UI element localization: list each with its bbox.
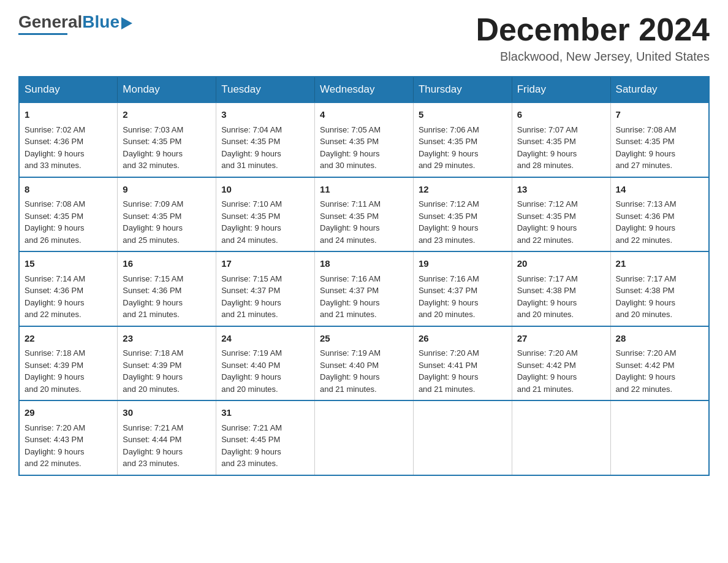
weekday-header-friday: Friday	[512, 77, 610, 102]
calendar-cell: 15 Sunrise: 7:14 AMSunset: 4:36 PMDaylig…	[19, 251, 118, 326]
day-info: Sunrise: 7:18 AMSunset: 4:39 PMDaylight:…	[25, 348, 85, 394]
day-number: 14	[616, 183, 703, 197]
calendar-cell: 7 Sunrise: 7:08 AMSunset: 4:35 PMDayligh…	[610, 102, 709, 177]
day-info: Sunrise: 7:04 AMSunset: 4:35 PMDaylight:…	[221, 125, 282, 170]
day-info: Sunrise: 7:19 AMSunset: 4:40 PMDaylight:…	[221, 348, 282, 394]
day-number: 17	[221, 257, 309, 271]
calendar-cell: 1 Sunrise: 7:02 AMSunset: 4:36 PMDayligh…	[19, 102, 118, 177]
logo: GeneralBlue	[18, 12, 132, 35]
calendar-cell: 21 Sunrise: 7:17 AMSunset: 4:38 PMDaylig…	[610, 251, 709, 326]
day-number: 18	[320, 257, 408, 271]
day-number: 19	[419, 257, 507, 271]
calendar-cell: 19 Sunrise: 7:16 AMSunset: 4:37 PMDaylig…	[413, 251, 512, 326]
day-number: 4	[320, 108, 408, 122]
day-info: Sunrise: 7:16 AMSunset: 4:37 PMDaylight:…	[320, 274, 381, 320]
day-info: Sunrise: 7:17 AMSunset: 4:38 PMDaylight:…	[616, 274, 677, 320]
day-number: 11	[320, 183, 408, 197]
day-info: Sunrise: 7:16 AMSunset: 4:37 PMDaylight:…	[419, 274, 479, 320]
calendar-cell: 12 Sunrise: 7:12 AMSunset: 4:35 PMDaylig…	[413, 177, 512, 252]
day-number: 6	[517, 108, 605, 122]
calendar-week-row: 8 Sunrise: 7:08 AMSunset: 4:35 PMDayligh…	[19, 177, 709, 252]
day-info: Sunrise: 7:13 AMSunset: 4:36 PMDaylight:…	[616, 199, 677, 245]
calendar-cell: 29 Sunrise: 7:20 AMSunset: 4:43 PMDaylig…	[19, 400, 118, 475]
day-number: 1	[25, 108, 112, 122]
calendar-cell	[610, 400, 709, 475]
day-info: Sunrise: 7:03 AMSunset: 4:35 PMDaylight:…	[123, 125, 183, 170]
calendar-cell: 17 Sunrise: 7:15 AMSunset: 4:37 PMDaylig…	[216, 251, 315, 326]
day-number: 10	[221, 183, 309, 197]
day-number: 30	[123, 406, 211, 420]
weekday-header-wednesday: Wednesday	[315, 77, 414, 102]
calendar-cell: 10 Sunrise: 7:10 AMSunset: 4:35 PMDaylig…	[216, 177, 315, 252]
month-title: December 2024	[476, 12, 710, 47]
day-info: Sunrise: 7:11 AMSunset: 4:35 PMDaylight:…	[320, 199, 381, 245]
day-number: 2	[123, 108, 211, 122]
calendar-cell: 9 Sunrise: 7:09 AMSunset: 4:35 PMDayligh…	[118, 177, 216, 252]
logo-arrow-icon	[121, 17, 132, 29]
calendar-cell: 11 Sunrise: 7:11 AMSunset: 4:35 PMDaylig…	[315, 177, 414, 252]
day-number: 29	[25, 406, 112, 420]
calendar-cell: 2 Sunrise: 7:03 AMSunset: 4:35 PMDayligh…	[118, 102, 216, 177]
logo-blue-text: Blue	[82, 12, 119, 31]
day-number: 8	[25, 183, 112, 197]
day-number: 20	[517, 257, 605, 271]
day-number: 5	[419, 108, 507, 122]
calendar-cell: 24 Sunrise: 7:19 AMSunset: 4:40 PMDaylig…	[216, 326, 315, 401]
day-number: 26	[419, 332, 507, 346]
day-info: Sunrise: 7:12 AMSunset: 4:35 PMDaylight:…	[517, 199, 578, 245]
calendar-week-row: 22 Sunrise: 7:18 AMSunset: 4:39 PMDaylig…	[19, 326, 709, 401]
day-number: 28	[616, 332, 703, 346]
calendar-cell: 14 Sunrise: 7:13 AMSunset: 4:36 PMDaylig…	[610, 177, 709, 252]
day-number: 25	[320, 332, 408, 346]
day-number: 7	[616, 108, 703, 122]
day-number: 22	[25, 332, 112, 346]
calendar-cell	[512, 400, 610, 475]
day-info: Sunrise: 7:08 AMSunset: 4:35 PMDaylight:…	[25, 199, 85, 245]
day-info: Sunrise: 7:09 AMSunset: 4:35 PMDaylight:…	[123, 199, 183, 245]
day-number: 16	[123, 257, 211, 271]
calendar-cell: 18 Sunrise: 7:16 AMSunset: 4:37 PMDaylig…	[315, 251, 414, 326]
calendar-cell: 23 Sunrise: 7:18 AMSunset: 4:39 PMDaylig…	[118, 326, 216, 401]
day-info: Sunrise: 7:05 AMSunset: 4:35 PMDaylight:…	[320, 125, 381, 170]
day-info: Sunrise: 7:21 AMSunset: 4:44 PMDaylight:…	[123, 423, 183, 469]
day-info: Sunrise: 7:06 AMSunset: 4:35 PMDaylight:…	[419, 125, 479, 170]
weekday-header-monday: Monday	[118, 77, 216, 102]
calendar-cell	[413, 400, 512, 475]
calendar-cell: 4 Sunrise: 7:05 AMSunset: 4:35 PMDayligh…	[315, 102, 414, 177]
day-info: Sunrise: 7:19 AMSunset: 4:40 PMDaylight:…	[320, 348, 381, 394]
day-info: Sunrise: 7:10 AMSunset: 4:35 PMDaylight:…	[221, 199, 282, 245]
day-info: Sunrise: 7:02 AMSunset: 4:36 PMDaylight:…	[25, 125, 85, 170]
calendar-cell: 5 Sunrise: 7:06 AMSunset: 4:35 PMDayligh…	[413, 102, 512, 177]
calendar-cell: 8 Sunrise: 7:08 AMSunset: 4:35 PMDayligh…	[19, 177, 118, 252]
calendar-week-row: 15 Sunrise: 7:14 AMSunset: 4:36 PMDaylig…	[19, 251, 709, 326]
location-text: Blackwood, New Jersey, United States	[476, 50, 710, 64]
day-info: Sunrise: 7:20 AMSunset: 4:42 PMDaylight:…	[616, 348, 677, 394]
day-number: 27	[517, 332, 605, 346]
day-info: Sunrise: 7:14 AMSunset: 4:36 PMDaylight:…	[25, 274, 85, 320]
logo-underline	[18, 33, 67, 35]
calendar-cell: 22 Sunrise: 7:18 AMSunset: 4:39 PMDaylig…	[19, 326, 118, 401]
calendar-cell	[315, 400, 414, 475]
calendar-cell: 25 Sunrise: 7:19 AMSunset: 4:40 PMDaylig…	[315, 326, 414, 401]
calendar-cell: 30 Sunrise: 7:21 AMSunset: 4:44 PMDaylig…	[118, 400, 216, 475]
calendar-cell: 16 Sunrise: 7:15 AMSunset: 4:36 PMDaylig…	[118, 251, 216, 326]
weekday-header-saturday: Saturday	[610, 77, 709, 102]
day-info: Sunrise: 7:21 AMSunset: 4:45 PMDaylight:…	[221, 423, 282, 469]
calendar-cell: 26 Sunrise: 7:20 AMSunset: 4:41 PMDaylig…	[413, 326, 512, 401]
weekday-header-thursday: Thursday	[413, 77, 512, 102]
day-info: Sunrise: 7:08 AMSunset: 4:35 PMDaylight:…	[616, 125, 677, 170]
day-number: 3	[221, 108, 309, 122]
page-header: GeneralBlue December 2024 Blackwood, New…	[18, 12, 710, 64]
day-info: Sunrise: 7:20 AMSunset: 4:41 PMDaylight:…	[419, 348, 479, 394]
day-info: Sunrise: 7:20 AMSunset: 4:43 PMDaylight:…	[25, 423, 85, 469]
logo-general-text: GeneralBlue	[18, 12, 132, 32]
day-info: Sunrise: 7:18 AMSunset: 4:39 PMDaylight:…	[123, 348, 183, 394]
calendar-cell: 13 Sunrise: 7:12 AMSunset: 4:35 PMDaylig…	[512, 177, 610, 252]
day-number: 23	[123, 332, 211, 346]
day-number: 12	[419, 183, 507, 197]
day-info: Sunrise: 7:15 AMSunset: 4:37 PMDaylight:…	[221, 274, 282, 320]
calendar-cell: 3 Sunrise: 7:04 AMSunset: 4:35 PMDayligh…	[216, 102, 315, 177]
day-info: Sunrise: 7:12 AMSunset: 4:35 PMDaylight:…	[419, 199, 479, 245]
day-info: Sunrise: 7:17 AMSunset: 4:38 PMDaylight:…	[517, 274, 578, 320]
calendar-table: SundayMondayTuesdayWednesdayThursdayFrid…	[18, 76, 710, 476]
